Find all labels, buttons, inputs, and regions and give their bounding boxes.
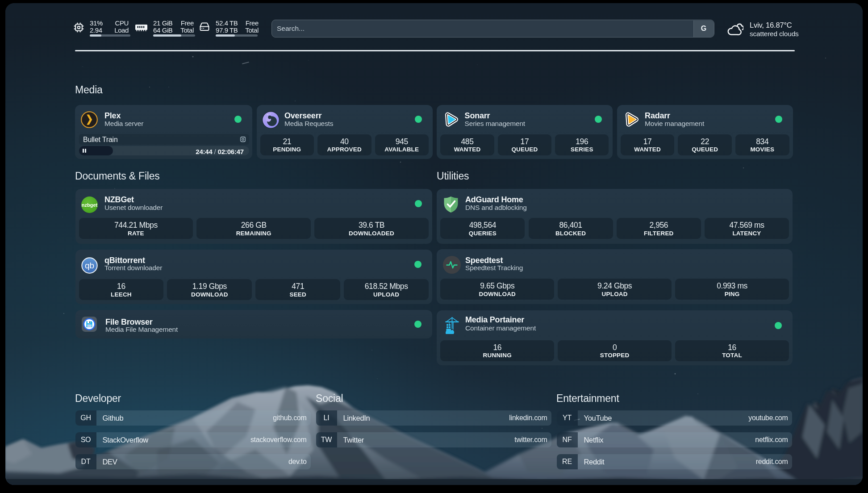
svg-text:nzbget: nzbget [82, 202, 98, 208]
svg-text:qb: qb [85, 261, 94, 270]
